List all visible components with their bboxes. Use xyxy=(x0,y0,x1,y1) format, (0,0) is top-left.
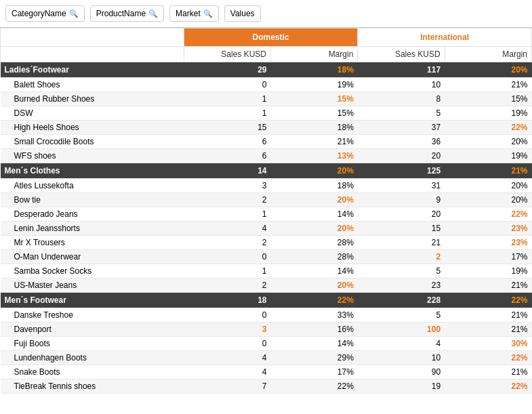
product-int-margin: 30% xyxy=(445,337,531,351)
product-dom-margin: 18% xyxy=(271,121,358,135)
product-int-sales: 90 xyxy=(358,365,445,379)
product-dom-sales: 3 xyxy=(184,323,270,337)
product-int-margin: 15% xyxy=(445,92,531,106)
product-dom-margin: 14% xyxy=(271,337,358,351)
filter-values-button[interactable]: Values xyxy=(224,5,261,22)
category-dom-margin: 20% xyxy=(271,163,358,179)
product-dom-margin: 18% xyxy=(271,179,358,193)
product-dom-sales: 1 xyxy=(184,264,270,278)
product-int-sales: 36 xyxy=(358,135,445,149)
category-int-margin: 20% xyxy=(445,62,531,78)
sub-header-row: Sales KUSD Margin Sales KUSD Margin xyxy=(1,47,532,62)
product-dom-margin: 15% xyxy=(271,92,358,106)
product-int-sales: 31 xyxy=(358,179,445,193)
table-row: WFS shoes 6 13% 20 19% xyxy=(1,149,532,163)
product-dom-margin: 29% xyxy=(271,351,358,365)
category-dom-margin: 18% xyxy=(271,62,358,78)
product-dom-sales: 0 xyxy=(184,250,270,264)
product-label: Lundenhagen Boots xyxy=(1,351,184,365)
category-label: Ladies´Footwear xyxy=(1,62,184,78)
category-label: Men´s Clothes xyxy=(1,163,184,179)
product-int-sales: 21 xyxy=(358,236,445,250)
product-int-sales: 23 xyxy=(358,278,445,293)
product-dom-sales: 0 xyxy=(184,337,270,351)
search-icon: 🔍 xyxy=(148,9,158,18)
product-label: Samba Socker Socks xyxy=(1,264,184,278)
table-row: Mr X Trousers 2 28% 21 23% xyxy=(1,236,532,250)
product-dom-sales: 1 xyxy=(184,207,270,222)
product-int-margin: 23% xyxy=(445,236,531,250)
table-row: DSW 1 15% 5 19% xyxy=(1,106,532,121)
product-dom-margin: 28% xyxy=(271,250,358,264)
product-label: Atles Lussekofta xyxy=(1,179,184,193)
product-int-margin: 21% xyxy=(445,78,531,92)
product-dom-margin: 20% xyxy=(271,278,358,293)
empty-header xyxy=(1,28,184,47)
product-dom-sales: 4 xyxy=(184,351,270,365)
table-row: Samba Socker Socks 1 14% 5 19% xyxy=(1,264,532,278)
product-int-margin: 23% xyxy=(445,222,531,236)
category-label: Men´s Footwear xyxy=(1,293,184,308)
product-filter-label: ProductName xyxy=(96,9,146,18)
product-label: Small Crocodile Boots xyxy=(1,135,184,149)
product-dom-sales: 0 xyxy=(184,78,270,92)
product-int-sales: 5 xyxy=(358,264,445,278)
product-label: TieBreak Tennis shoes xyxy=(1,379,184,394)
product-dom-sales: 4 xyxy=(184,365,270,379)
product-dom-margin: 13% xyxy=(271,149,358,163)
category-filter-label: CategoryName xyxy=(12,9,66,18)
label-col-header xyxy=(1,47,184,62)
table-row: Atles Lussekofta 3 18% 31 20% xyxy=(1,179,532,193)
product-dom-sales: 6 xyxy=(184,149,270,163)
table-row: Fuji Boots 0 14% 4 30% xyxy=(1,337,532,351)
product-dom-margin: 17% xyxy=(271,365,358,379)
product-dom-sales: 2 xyxy=(184,236,270,250)
toolbar: CategoryName🔍ProductName🔍Market🔍Values xyxy=(0,0,532,28)
product-label: Davenport xyxy=(1,323,184,337)
product-dom-sales: 15 xyxy=(184,121,270,135)
product-dom-margin: 22% xyxy=(271,379,358,394)
market-filter-label: Market xyxy=(176,9,201,18)
category-int-margin: 22% xyxy=(445,293,531,308)
product-dom-margin: 20% xyxy=(271,193,358,207)
product-int-margin: 19% xyxy=(445,149,531,163)
table-row: O-Man Underwear 0 28% 2 17% xyxy=(1,250,532,264)
product-int-margin: 22% xyxy=(445,207,531,222)
product-int-margin: 17% xyxy=(445,250,531,264)
product-dom-sales: 7 xyxy=(184,379,270,394)
product-dom-margin: 21% xyxy=(271,135,358,149)
table-container: Domestic International Sales KUSD Margin… xyxy=(0,28,532,394)
product-dom-sales: 1 xyxy=(184,106,270,121)
product-int-margin: 20% xyxy=(445,135,531,149)
product-int-sales: 100 xyxy=(358,323,445,337)
product-int-margin: 22% xyxy=(445,379,531,394)
product-int-sales: 10 xyxy=(358,78,445,92)
table-row: US-Master Jeans 2 20% 23 21% xyxy=(1,278,532,293)
product-int-margin: 22% xyxy=(445,351,531,365)
filter-category-button[interactable]: CategoryName🔍 xyxy=(5,5,85,22)
category-int-sales: 117 xyxy=(358,62,445,78)
dom-sales-header: Sales KUSD xyxy=(184,47,270,62)
category-dom-margin: 22% xyxy=(271,293,358,308)
product-dom-margin: 28% xyxy=(271,236,358,250)
product-dom-sales: 2 xyxy=(184,193,270,207)
product-int-sales: 20 xyxy=(358,149,445,163)
product-int-sales: 8 xyxy=(358,92,445,106)
filter-product-button[interactable]: ProductName🔍 xyxy=(90,5,164,22)
table-row: Small Crocodile Boots 6 21% 36 20% xyxy=(1,135,532,149)
product-int-margin: 21% xyxy=(445,323,531,337)
product-dom-margin: 33% xyxy=(271,308,358,323)
product-dom-sales: 3 xyxy=(184,179,270,193)
product-int-margin: 19% xyxy=(445,106,531,121)
filter-market-button[interactable]: Market🔍 xyxy=(169,5,219,22)
values-filter-label: Values xyxy=(230,9,255,18)
product-dom-sales: 2 xyxy=(184,278,270,293)
product-dom-margin: 14% xyxy=(271,264,358,278)
product-int-sales: 4 xyxy=(358,337,445,351)
product-dom-margin: 14% xyxy=(271,207,358,222)
product-dom-sales: 6 xyxy=(184,135,270,149)
category-row: Ladies´Footwear 29 18% 117 20% xyxy=(1,62,532,78)
search-icon: 🔍 xyxy=(69,9,79,18)
category-dom-sales: 14 xyxy=(184,163,270,179)
product-label: Fuji Boots xyxy=(1,337,184,351)
